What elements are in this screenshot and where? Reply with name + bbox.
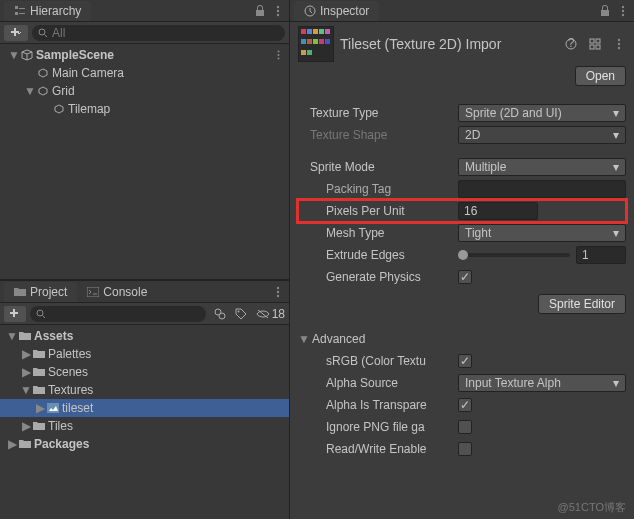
folder-icon (32, 365, 46, 379)
hierarchy-toolbar (0, 22, 289, 44)
search-icon (36, 309, 46, 319)
project-search[interactable] (30, 306, 206, 322)
pixels-per-unit-label: Pixels Per Unit (298, 204, 458, 218)
chevron-down-icon: ▾ (613, 106, 619, 120)
fold-icon[interactable]: ▼ (298, 332, 310, 346)
folder-icon (18, 329, 32, 343)
svg-point-16 (37, 310, 43, 316)
folder-row[interactable]: ▶Tiles (0, 417, 289, 435)
srgb-checkbox[interactable]: ✓ (458, 354, 472, 368)
ignore-png-label: Ignore PNG file ga (298, 420, 458, 434)
asset-label: tileset (62, 401, 93, 415)
fold-icon[interactable]: ▶ (20, 347, 32, 361)
project-search-input[interactable] (50, 307, 200, 321)
project-toolbar: 18 (0, 303, 289, 325)
folder-row[interactable]: ▶Packages (0, 435, 289, 453)
scene-row[interactable]: ▼ SampleScene (0, 46, 289, 64)
mesh-type-dropdown[interactable]: Tight▾ (458, 224, 626, 242)
gameobject-row[interactable]: ▼ Grid (0, 82, 289, 100)
texture-shape-dropdown: 2D▾ (458, 126, 626, 144)
generate-physics-label: Generate Physics (298, 270, 458, 284)
context-menu-icon[interactable] (271, 4, 285, 18)
fold-icon[interactable]: ▼ (6, 329, 18, 343)
inspector-header: Inspector (290, 0, 634, 22)
fold-icon[interactable]: ▶ (6, 437, 18, 451)
hidden-icon[interactable]: 18 (256, 307, 285, 321)
svg-rect-3 (19, 13, 25, 14)
fold-icon[interactable]: ▶ (20, 419, 32, 433)
context-menu-icon[interactable] (271, 50, 285, 60)
fold-icon[interactable]: ▼ (8, 48, 20, 62)
help-icon[interactable]: ? (564, 37, 578, 51)
svg-point-13 (277, 286, 279, 288)
image-icon (46, 401, 60, 415)
filter-label-icon[interactable] (235, 307, 248, 321)
gameobject-icon (36, 66, 50, 80)
svg-line-8 (45, 34, 48, 37)
fold-icon[interactable]: ▶ (34, 401, 46, 415)
pixels-per-unit-input[interactable] (458, 202, 538, 220)
inspector-tab[interactable]: Inspector (294, 1, 379, 21)
svg-rect-22 (47, 403, 59, 413)
console-icon (87, 287, 99, 297)
add-button[interactable] (4, 25, 28, 41)
gameobject-row[interactable]: Main Camera (0, 64, 289, 82)
sprite-mode-label: Sprite Mode (298, 160, 458, 174)
mesh-type-label: Mesh Type (298, 226, 458, 240)
fold-icon[interactable]: ▶ (20, 365, 32, 379)
generate-physics-checkbox[interactable]: ✓ (458, 270, 472, 284)
context-menu-icon[interactable] (616, 4, 630, 18)
hierarchy-search[interactable] (32, 25, 285, 41)
lock-icon[interactable] (253, 4, 267, 18)
filter-type-icon[interactable] (214, 307, 227, 321)
packing-tag-input[interactable] (458, 180, 626, 198)
hidden-count: 18 (272, 307, 285, 321)
context-menu-icon[interactable] (612, 37, 626, 51)
extrude-edges-slider[interactable] (458, 253, 570, 257)
hierarchy-tab[interactable]: Hierarchy (4, 1, 91, 21)
asset-title: Tileset (Texture 2D) Impor (340, 36, 554, 52)
sprite-editor-button[interactable]: Sprite Editor (538, 294, 626, 314)
svg-point-15 (277, 294, 279, 296)
hierarchy-icon (14, 5, 26, 17)
fold-icon[interactable]: ▼ (20, 383, 32, 397)
ignore-png-checkbox[interactable] (458, 420, 472, 434)
texture-preview[interactable] (298, 26, 334, 62)
scene-icon (20, 48, 34, 62)
add-button[interactable] (4, 306, 26, 322)
svg-point-14 (277, 290, 279, 292)
project-tab-label: Project (30, 285, 67, 299)
asset-row-tileset[interactable]: ▶tileset (0, 399, 289, 417)
alpha-source-dropdown[interactable]: Input Texture Alph▾ (458, 374, 626, 392)
folder-icon (32, 419, 46, 433)
folder-row[interactable]: ▶Scenes (0, 363, 289, 381)
folder-row[interactable]: ▼Textures (0, 381, 289, 399)
lock-icon[interactable] (598, 4, 612, 18)
gameobject-row[interactable]: Tilemap (0, 100, 289, 118)
folder-row[interactable]: ▶Palettes (0, 345, 289, 363)
srgb-label: sRGB (Color Textu (298, 354, 458, 368)
extrude-edges-value[interactable] (576, 246, 626, 264)
packing-tag-label: Packing Tag (298, 182, 458, 196)
texture-type-dropdown[interactable]: Sprite (2D and UI)▾ (458, 104, 626, 122)
folder-row[interactable]: ▼Assets (0, 327, 289, 345)
svg-point-4 (277, 5, 279, 7)
read-write-checkbox[interactable] (458, 442, 472, 456)
preset-icon[interactable] (588, 37, 602, 51)
alpha-transparency-checkbox[interactable]: ✓ (458, 398, 472, 412)
chevron-down-icon: ▾ (613, 128, 619, 142)
hierarchy-search-input[interactable] (52, 26, 279, 40)
advanced-section-header[interactable]: ▼ Advanced (298, 328, 626, 350)
inspector-icon (304, 5, 316, 17)
folder-icon (32, 347, 46, 361)
context-menu-icon[interactable] (271, 285, 285, 299)
project-tab[interactable]: Project (4, 282, 77, 302)
svg-point-35 (618, 47, 620, 49)
sprite-mode-dropdown[interactable]: Multiple▾ (458, 158, 626, 176)
fold-icon[interactable]: ▼ (24, 84, 36, 98)
svg-rect-0 (15, 6, 18, 9)
hierarchy-tree: ▼ SampleScene Main Camera ▼ Grid Tilemap (0, 44, 289, 279)
open-button[interactable]: Open (575, 66, 626, 86)
gameobject-label: Main Camera (52, 66, 124, 80)
console-tab[interactable]: Console (77, 282, 157, 302)
